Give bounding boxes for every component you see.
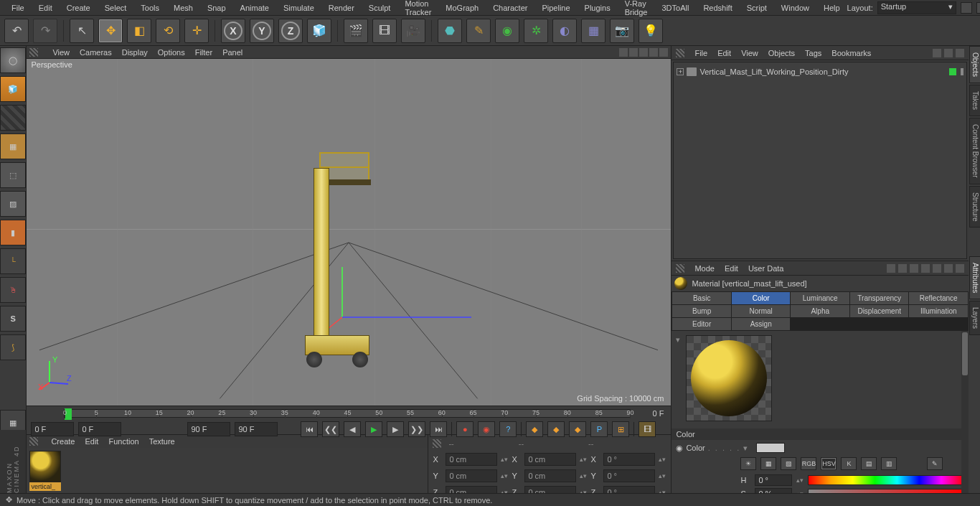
viewport-menu-options[interactable]: Options bbox=[158, 48, 185, 57]
attr-tab-displacement[interactable]: Displacement bbox=[850, 305, 909, 317]
new-window-icon[interactable] bbox=[944, 264, 953, 273]
lock-x-button[interactable]: X bbox=[221, 19, 245, 43]
menu-character[interactable]: Character bbox=[486, 1, 534, 14]
render-region-button[interactable]: 🎞 bbox=[372, 19, 397, 43]
coord-field[interactable]: 0 cm bbox=[524, 469, 576, 482]
frame-preview-end-field[interactable]: 90 F bbox=[187, 422, 230, 436]
light-button[interactable]: 💡 bbox=[639, 19, 663, 43]
prev-frame-button[interactable]: ◀ bbox=[344, 421, 361, 437]
point-mode-button[interactable]: ⬚ bbox=[0, 162, 26, 188]
model-mode-button[interactable]: 🧊 bbox=[0, 76, 26, 102]
lock-z-button[interactable]: Z bbox=[278, 19, 303, 43]
goto-start-button[interactable]: ⏮ bbox=[301, 421, 318, 437]
frame-preview-start-field[interactable]: 0 F bbox=[78, 422, 121, 436]
menu-motion-tracker[interactable]: Motion Tracker bbox=[397, 0, 438, 19]
attr-tab-editor[interactable]: Editor bbox=[672, 318, 731, 330]
menu-mesh[interactable]: Mesh bbox=[166, 1, 200, 14]
attr-menu-userdata[interactable]: User Data bbox=[748, 264, 784, 273]
layout-button-2[interactable] bbox=[976, 2, 980, 14]
obj-menu-tags[interactable]: Tags bbox=[805, 49, 821, 57]
viewport-menu-filter[interactable]: Filter bbox=[195, 48, 212, 57]
render-settings-button[interactable]: 🎥 bbox=[401, 19, 425, 43]
key-scale-button[interactable]: ◆ bbox=[547, 421, 565, 437]
snap-settings-button[interactable]: S bbox=[0, 306, 26, 332]
expand-icon[interactable]: + bbox=[677, 68, 684, 75]
attr-tab-reflectance[interactable]: Reflectance bbox=[909, 292, 968, 304]
tweak-mode-button[interactable]: 🖱 bbox=[0, 277, 26, 303]
attr-tab-normal[interactable]: Normal bbox=[732, 305, 791, 317]
attr-tab-transparency[interactable]: Transparency bbox=[850, 292, 909, 304]
make-editable-button[interactable]: ◯ bbox=[0, 47, 26, 73]
visibility-dot[interactable] bbox=[949, 68, 956, 75]
coord-field[interactable]: 0 ° bbox=[603, 453, 655, 466]
prev-key-button[interactable]: ❮❮ bbox=[322, 421, 339, 437]
menu-plugins[interactable]: Plugins bbox=[578, 1, 618, 14]
lock-y-button[interactable]: Y bbox=[250, 19, 274, 43]
key-pos-button[interactable]: ◆ bbox=[526, 421, 543, 437]
hue-field[interactable]: 0 ° bbox=[755, 474, 792, 486]
object-tree[interactable]: + Vertical_Mast_Lift_Working_Position_Di… bbox=[673, 62, 967, 259]
goto-end-button[interactable]: ⏭ bbox=[430, 421, 447, 437]
next-frame-button[interactable]: ▶ bbox=[387, 421, 404, 437]
autokey-button[interactable]: ◉ bbox=[478, 421, 495, 437]
obj-menu-edit[interactable]: Edit bbox=[717, 49, 731, 57]
content-browser-tab[interactable]: Content Browser bbox=[969, 118, 980, 184]
frame-start-field[interactable]: 0 F bbox=[31, 422, 74, 436]
menu-create[interactable]: Create bbox=[60, 1, 98, 14]
nav-fwd-icon[interactable] bbox=[898, 264, 907, 273]
key-pla-button[interactable]: ⊞ bbox=[612, 421, 629, 437]
snap-enable-button[interactable]: ⟆ bbox=[0, 334, 26, 360]
attributes-tab[interactable]: Attributes bbox=[969, 256, 980, 299]
menu-sculpt[interactable]: Sculpt bbox=[362, 1, 398, 14]
deformer-button[interactable]: ✲ bbox=[524, 19, 548, 43]
redo-button[interactable]: ↷ bbox=[33, 19, 57, 43]
select-tool[interactable]: ↖ bbox=[70, 19, 94, 43]
viewport-menu-display[interactable]: Display bbox=[122, 48, 148, 57]
viewport-menu-panel[interactable]: Panel bbox=[222, 48, 242, 57]
polygon-mode-button[interactable]: ▮ bbox=[0, 220, 26, 245]
mode-wheel-icon[interactable]: ☀ bbox=[740, 457, 756, 470]
attr-tab-alpha[interactable]: Alpha bbox=[791, 305, 849, 317]
viewport-nav-icon[interactable] bbox=[649, 48, 658, 57]
menu-v-ray-bridge[interactable]: V-Ray Bridge bbox=[618, 0, 655, 19]
mode-swatch-icon[interactable]: ▤ bbox=[861, 457, 877, 470]
stepper-icon[interactable]: ▴▾ bbox=[579, 472, 588, 479]
camera-button[interactable]: 📷 bbox=[610, 19, 634, 43]
stepper-icon[interactable]: ▴▾ bbox=[500, 472, 509, 479]
material-caption[interactable]: vertical_ bbox=[29, 482, 61, 491]
generator-button[interactable]: ◉ bbox=[495, 19, 519, 43]
undo-button[interactable]: ↶ bbox=[4, 19, 29, 43]
mode-k-button[interactable]: K bbox=[841, 457, 857, 470]
mode-mix-icon[interactable]: ▥ bbox=[881, 457, 897, 470]
menu-script[interactable]: Script bbox=[740, 1, 774, 14]
viewport-nav-icon[interactable] bbox=[639, 48, 648, 57]
animation-mode-button[interactable]: 🎞 bbox=[639, 421, 656, 437]
coord-field[interactable]: 0 ° bbox=[603, 469, 655, 482]
eye-icon[interactable] bbox=[956, 49, 964, 57]
material-preview[interactable] bbox=[686, 335, 772, 421]
menu-window[interactable]: Window bbox=[774, 1, 816, 14]
layout-selector[interactable]: Startup ▾ bbox=[877, 1, 956, 14]
obj-menu-bookmarks[interactable]: Bookmarks bbox=[831, 49, 871, 57]
primitive-button[interactable]: ⬣ bbox=[438, 19, 462, 43]
search-icon[interactable] bbox=[921, 264, 930, 273]
color-swatch[interactable] bbox=[756, 443, 785, 453]
attr-tab-illumination[interactable]: Illumination bbox=[909, 305, 968, 317]
spline-button[interactable]: ✎ bbox=[466, 19, 491, 43]
coord-field[interactable]: 0 cm bbox=[446, 469, 497, 482]
viewport-nav-icon[interactable] bbox=[659, 48, 668, 57]
obj-menu-view[interactable]: View bbox=[741, 49, 758, 57]
key-param-button[interactable]: P bbox=[590, 421, 608, 437]
sat-field[interactable]: 0 % bbox=[755, 488, 792, 493]
mode-image-icon[interactable]: ▧ bbox=[781, 457, 796, 470]
coord-field[interactable]: 0 cm bbox=[524, 453, 576, 466]
move-tool[interactable]: ✥ bbox=[98, 19, 123, 43]
play-button[interactable]: ▶ bbox=[365, 421, 382, 437]
menu-redshift[interactable]: Redshift bbox=[696, 1, 739, 14]
perspective-viewport[interactable]: Perspective bbox=[27, 59, 671, 406]
viewport-nav-icon[interactable] bbox=[629, 48, 638, 57]
menu-select[interactable]: Select bbox=[98, 1, 134, 14]
menu-tools[interactable]: Tools bbox=[133, 1, 166, 14]
attr-tab-color[interactable]: Color bbox=[732, 292, 791, 304]
viewport-nav-icon[interactable] bbox=[619, 48, 628, 57]
